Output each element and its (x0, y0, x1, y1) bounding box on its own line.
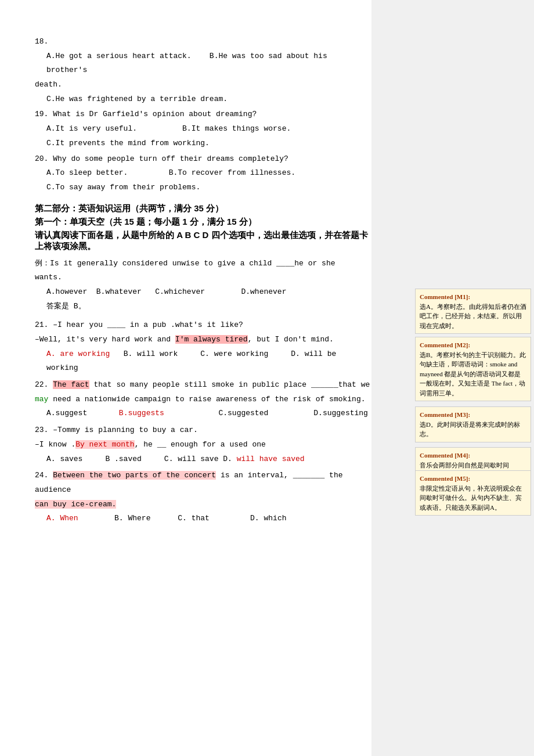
q20-option-c: C.To say away from their problems. (35, 181, 371, 195)
section2-instructions: 请认真阅读下面各题，从题中所给的 A B C D 四个选项中，选出最佳选项，并在… (35, 230, 371, 252)
q19-option-c: C.It prevents the mind from working. (35, 136, 371, 151)
q18-options-cont: death. (35, 78, 371, 92)
q18-options: A.He got a serious heart attack. B.He wa… (35, 49, 371, 78)
comment-m5: Commented [M5]: 非限定性定语从句，补充说明观众在间歇时可做什么。… (415, 470, 531, 516)
comment-m3: Commented [M3]: 选D。此时间状语是将来完成时的标志。 (415, 406, 531, 442)
question-24: 24. Between the two parts of the concert… (35, 469, 371, 526)
question-20: 20. Why do some people turn off their dr… (35, 152, 371, 195)
example: 例：Is it generally considered unwise to g… (35, 257, 371, 314)
comment-m4-label: Commented [M4]: (420, 452, 470, 459)
q18-option-c: C.He was frightened by a terrible dream. (35, 92, 371, 107)
q21-line2: –Well, it's very hard work and I'm alway… (35, 333, 371, 347)
section2-sub: 第一个：单项天空（共 15 题；每小题 1 分，满分 15 分） (35, 217, 371, 228)
q24-highlight-between: Between the two parts of the concert (53, 471, 216, 480)
comment-m2-text: 选B。考察对长句的主干识别能力。此句缺主语，即谓语动词：smoke and ma… (420, 350, 526, 398)
q18-text: 18. (35, 35, 371, 49)
comment-m5-text: 非限定性定语从句，补充说明观众在间歇时可做什么。从句内不缺主、宾或表语。只能选关… (420, 484, 526, 513)
example-text: 例：Is it generally considered unwise to g… (35, 257, 371, 271)
q23-line2: –I know .By next month, he __ enough for… (35, 438, 371, 452)
q23-highlight-month: By next month (75, 440, 134, 449)
q24-highlight-icecream: can buy ice-cream. (35, 500, 116, 509)
q22-line2: may need a nationwide campaign to raise … (35, 393, 371, 407)
question-22: 22. The fact that so many people still s… (35, 378, 371, 421)
comment-m5-label: Commented [M5]: (420, 475, 470, 482)
q21-options: A. are working B. will work C. were work… (35, 347, 371, 376)
main-content: 18. A.He got a serious heart attack. B.H… (0, 17, 371, 545)
q22-options: A.suggest B.suggests C.suggested D.sugge… (35, 406, 371, 421)
comment-m1-text: 选A。考察时态。由此得知后者仍在酒吧工作，已经开始，未结束。所以用现在完成时。 (420, 302, 526, 331)
q23-options: A. saves B .saved C. will save D. will h… (35, 452, 371, 467)
comment-m2-label: Commented [M2]: (420, 341, 470, 348)
q22-highlight-fact: The fact (53, 380, 89, 389)
comment-m1: Commented [M1]: 选A。考察时态。由此得知后者仍在酒吧工作，已经开… (415, 289, 531, 334)
q22-line1: 22. The fact that so many people still s… (35, 378, 371, 393)
comment-m2: Commented [M2]: 选B。考察对长句的主干识别能力。此句缺主语，即谓… (415, 337, 531, 401)
comment-m3-text: 选D。此时间状语是将来完成时的标志。 (420, 420, 526, 439)
comment-m4-text: 音乐会两部分间自然是间歇时间 (420, 460, 526, 470)
question-19: 19. What is Dr Garfield's opinion about … (35, 107, 371, 150)
question-23: 23. –Tommy is planning to buy a car. –I … (35, 423, 371, 466)
q24-line1: 24. Between the two parts of the concert… (35, 469, 371, 497)
q19-text: 19. What is Dr Garfield's opinion about … (35, 107, 371, 122)
example-answer: 答案是 B。 (35, 300, 371, 314)
q23-line1: 23. –Tommy is planning to buy a car. (35, 423, 371, 438)
question-18: 18. A.He got a serious heart attack. B.H… (35, 35, 371, 106)
section2-title: 第二部分：英语知识运用（共两节，满分 35 分） (35, 203, 371, 214)
q24-line2: can buy ice-cream. (35, 498, 371, 512)
question-21: 21. –I hear you ____ in a pub .what's it… (35, 318, 371, 376)
comment-m1-label: Commented [M1]: (420, 293, 470, 300)
q21-line1: 21. –I hear you ____ in a pub .what's it… (35, 318, 371, 333)
comment-m3-label: Commented [M3]: (420, 411, 470, 418)
q21-highlight: I'm always tired (175, 335, 248, 344)
example-text2: wants. (35, 271, 371, 285)
comment-m4: Commented [M4]: 音乐会两部分间自然是间歇时间 (415, 447, 531, 473)
q20-text: 20. Why do some people turn off their dr… (35, 152, 371, 167)
example-options: A.however B.whatever C.whichever D.whene… (35, 285, 371, 300)
q19-options: A.It is very useful. B.It makes things w… (35, 122, 371, 136)
q20-options: A.To sleep better. B.To recover from ill… (35, 166, 371, 181)
q24-options: A. When B. Where C. that D. which (35, 512, 371, 526)
